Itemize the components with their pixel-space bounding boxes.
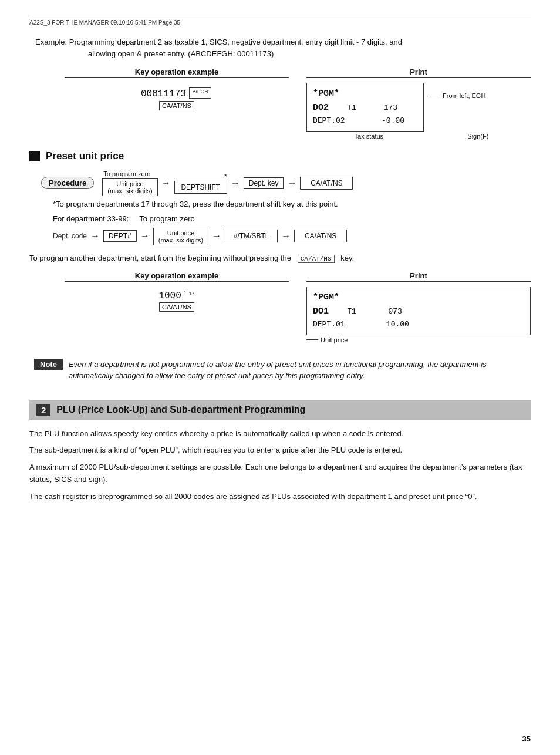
dept-hash-box: DEPT#	[103, 230, 137, 242]
print2-line1: *PGM*	[313, 291, 524, 305]
section2-title: PLU (Price Look-Up) and Sub-department P…	[56, 405, 305, 415]
note-text: Even if a department is not programmed t…	[69, 359, 526, 382]
unit-price-line1: Unit price	[107, 180, 152, 187]
key-sub2: 17	[189, 291, 195, 296]
caatns-box1: CA/AT/NS	[300, 177, 353, 190]
print-header1: Print	[306, 68, 531, 78]
section2-body3: A maximum of 2000 PLU/sub-department set…	[29, 461, 531, 486]
print-with-annot2: *PGM* DO1 T1 073 DEPT.01 10.00 Unit	[306, 287, 531, 343]
key-number1: 00011173	[141, 89, 186, 99]
arrow-dept33-3: →	[281, 231, 291, 241]
unit-price-dept33-box: Unit price (max. six digits)	[153, 228, 208, 245]
caatns-dept33-box: CA/AT/NS	[294, 230, 347, 242]
print-dept02: DEPT.02	[313, 116, 345, 125]
section2-number: 2	[36, 404, 50, 416]
key-op-row1: 00011173 B/FOR	[68, 86, 285, 100]
dept-code-text: Dept. code	[53, 232, 87, 240]
annot-label1: From left, EGH	[443, 92, 485, 99]
print2-dept01: DEPT.01	[313, 320, 345, 329]
print-header2: Print	[306, 271, 531, 282]
example-line2: allowing open & preset entry. (ABCDEFGH:…	[35, 48, 531, 60]
key-number2: 1000	[158, 291, 181, 301]
example-line1: Example: Programming department 2 as tax…	[35, 36, 531, 48]
key-op-content2: 1000 1 17 CA/AT/NS	[65, 287, 289, 316]
print-display1: *PGM* DO2 T1 173 DEPT.02 -0.00	[306, 83, 424, 132]
arrow3: →	[287, 178, 296, 188]
print-do2: DO2	[313, 103, 329, 113]
dept33-label: For department 33-99: To program zero	[53, 214, 531, 223]
key-op-column1: Key operation example 00011173 B/FOR CA/…	[65, 68, 289, 140]
unit-price-box: Unit price (max. six digits)	[102, 178, 157, 196]
page-number: 35	[522, 734, 531, 743]
unit-price-dept33-line1: Unit price	[158, 230, 203, 237]
print2-t1: T1	[347, 307, 356, 316]
annot-dash1	[429, 96, 440, 96]
print-line2: DO2 T1 173	[313, 101, 417, 115]
star-label: *	[224, 173, 227, 181]
section2-header: 2 PLU (Price Look-Up) and Sub-department…	[29, 400, 531, 420]
print-column2: Print *PGM* DO1 T1 073 DEPT.01 10.00	[306, 271, 531, 343]
key-op-content1: 00011173 B/FOR CA/AT/NS	[65, 83, 289, 115]
print-173: 173	[384, 103, 397, 112]
page-header: A22S_3 FOR THE MANAGER 09.10.16 5:41 PM …	[29, 18, 531, 26]
dept33-label-text: For department 33-99:	[53, 214, 129, 223]
print-annotations1: From left, EGH	[424, 89, 485, 103]
arrow2: →	[231, 178, 240, 188]
flow-area: Procedure To program zero Unit price (ma…	[41, 170, 531, 245]
print-bottom-labels1: Tax status Sign(F)	[306, 133, 531, 140]
bfor-button[interactable]: B/FOR	[189, 87, 211, 99]
arrow-dept33-1: →	[140, 231, 150, 241]
inline-key-caatns: CA/AT/NS	[298, 255, 335, 263]
preset-title-text: Preset unit price	[46, 150, 124, 162]
main-flow-row: Procedure To program zero Unit price (ma…	[41, 170, 531, 196]
section2-body4: The cash register is preprogrammed so al…	[29, 491, 531, 503]
note-box: Note Even if a department is not program…	[29, 354, 531, 386]
dept-code-label: Dept. code	[53, 232, 87, 240]
key-op-row4: CA/AT/NS	[68, 301, 285, 313]
dept-key-label: Dept. key	[249, 179, 279, 187]
dept-hash-label: DEPT#	[109, 232, 131, 240]
print-with-annot1: *PGM* DO2 T1 173 DEPT.02 -0.00	[306, 83, 531, 132]
print2-line2: DO1 T1 073	[313, 305, 524, 319]
arrow1: →	[161, 178, 171, 188]
procedure-box: Procedure	[41, 177, 94, 189]
unit-price-annotation: Unit price	[306, 336, 531, 343]
unit-price-line2: (max. six digits)	[107, 187, 152, 194]
unit-price-label: Unit price	[321, 336, 348, 343]
key-op-column2: Key operation example 1000 1 17 CA/AT/NS	[65, 271, 289, 343]
dept-key-box: Dept. key	[244, 177, 284, 189]
print-line1: *PGM*	[313, 87, 417, 101]
unit-price-dept33-line2: (max. six digits)	[158, 237, 203, 244]
key-sub1: 1	[183, 290, 187, 296]
key-op-row3: 1000 1 17	[68, 290, 285, 301]
section2-body1: The PLU function allows speedy key entri…	[29, 428, 531, 440]
unit-price-flow-group: To program zero Unit price (max. six dig…	[102, 170, 157, 196]
htmsbtl-label: #/TM/SBTL	[234, 232, 269, 240]
sign-label: Sign(F)	[467, 133, 488, 140]
print2-do1: DO1	[313, 306, 329, 316]
instruction-before: To program another department, start fro…	[29, 254, 291, 262]
dept17-32-note: *To program departments 17 through 32, p…	[53, 200, 531, 208]
print-neg000: -0.00	[382, 116, 404, 125]
print-column1: Print *PGM* DO2 T1 173 DEPT.02 -0.00	[306, 68, 531, 140]
unit-price-dept33-group: Unit price (max. six digits)	[153, 227, 208, 245]
arrow-dept33-2: →	[212, 231, 221, 241]
print-display2: *PGM* DO1 T1 073 DEPT.01 10.00	[306, 287, 531, 335]
tax-status-label: Tax status	[355, 133, 384, 140]
bfor-sub1: B/FOR	[192, 89, 208, 95]
key-op-row2: CA/AT/NS	[68, 100, 285, 112]
print-line3: DEPT.02 -0.00	[313, 115, 417, 127]
print-t1: T1	[347, 103, 356, 112]
caatns-button2[interactable]: CA/AT/NS	[159, 302, 194, 312]
caatns-button1[interactable]: CA/AT/NS	[159, 101, 194, 110]
key-op-header1: Key operation example	[65, 68, 289, 78]
example-text: Example: Programming department 2 as tax…	[29, 36, 531, 59]
annot-from-left: From left, EGH	[429, 92, 485, 99]
print2-073: 073	[388, 307, 402, 316]
example1-columns: Key operation example 00011173 B/FOR CA/…	[29, 68, 531, 140]
caatns-dept33-label: CA/AT/NS	[305, 232, 336, 240]
caatns-label-flow1: CA/AT/NS	[311, 179, 342, 187]
instruction-text: To program another department, start fro…	[29, 254, 531, 263]
caatns-label1: CA/AT/NS	[162, 102, 191, 109]
to-program-zero-dept33: To program zero	[139, 214, 195, 223]
